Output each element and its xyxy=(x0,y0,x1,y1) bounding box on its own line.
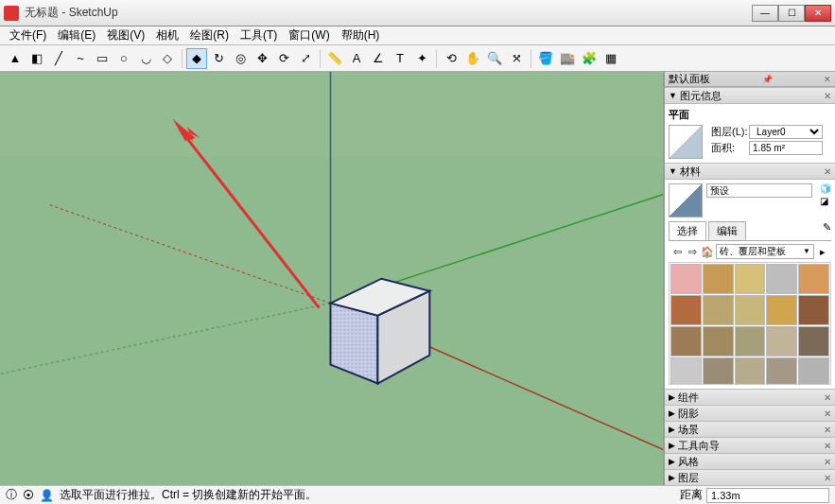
panel-materials-close[interactable]: ✕ xyxy=(824,166,831,177)
tray-pin-icon[interactable]: 📌 xyxy=(762,75,773,84)
panel-close-icon[interactable]: ✕ xyxy=(824,408,831,419)
material-swatch[interactable] xyxy=(703,326,734,356)
extension-warehouse-tool[interactable]: 🧩 xyxy=(580,49,599,68)
area-value: 1.85 m² xyxy=(749,141,823,155)
collapsed-panel[interactable]: ▶场景✕ xyxy=(665,421,835,437)
back-icon[interactable]: ⇦ xyxy=(670,245,684,258)
materials-tab-edit[interactable]: 编辑 xyxy=(708,221,746,240)
eyedropper-icon[interactable]: ✎ xyxy=(823,221,831,240)
menu-draw[interactable]: 绘图(R) xyxy=(184,26,235,45)
material-swatch[interactable] xyxy=(798,326,829,356)
panel-close-icon[interactable]: ✕ xyxy=(824,473,831,483)
menu-tools[interactable]: 工具(T) xyxy=(235,26,283,45)
collapsed-panel[interactable]: ▶图层✕ xyxy=(665,469,835,485)
push-pull-tool[interactable]: ◆ xyxy=(187,49,206,68)
material-swatch[interactable] xyxy=(766,295,797,325)
create-material-icon[interactable]: 🧊 xyxy=(820,183,831,194)
material-swatch[interactable] xyxy=(703,264,734,294)
paint-bucket-tool[interactable]: 🪣 xyxy=(536,49,555,68)
axes-tool[interactable]: ✦ xyxy=(412,49,431,68)
pan-tool[interactable]: ✋ xyxy=(463,49,482,68)
tape-measure-tool[interactable]: 📏 xyxy=(325,49,344,68)
scale-tool[interactable]: ⤢ xyxy=(296,49,315,68)
panel-close-icon[interactable]: ✕ xyxy=(824,392,831,403)
collapsed-panel[interactable]: ▶工具向导✕ xyxy=(665,437,835,453)
forward-icon[interactable]: ⇨ xyxy=(686,245,699,258)
tray-close-icon[interactable]: ✕ xyxy=(824,75,831,84)
minimize-button[interactable]: — xyxy=(752,5,778,22)
material-swatch[interactable] xyxy=(670,357,702,385)
default-material-icon[interactable]: ◪ xyxy=(820,196,831,206)
credit-icon[interactable]: 👤 xyxy=(40,489,54,502)
material-swatch[interactable] xyxy=(735,264,766,294)
material-swatch[interactable] xyxy=(798,357,829,385)
viewport-3d[interactable] xyxy=(0,72,664,485)
material-swatch[interactable] xyxy=(670,295,702,325)
panel-close-icon[interactable]: ✕ xyxy=(824,457,831,467)
menu-edit[interactable]: 编辑(E) xyxy=(52,26,101,45)
layer-select[interactable]: Layer0 xyxy=(749,125,823,139)
close-button[interactable]: ✕ xyxy=(805,5,831,22)
home-icon[interactable]: 🏠 xyxy=(701,245,714,258)
svg-rect-1 xyxy=(0,72,663,157)
follow-me-tool[interactable]: ↻ xyxy=(209,49,228,68)
offset-tool[interactable]: ◎ xyxy=(231,49,250,68)
menu-file[interactable]: 文件(F) xyxy=(4,26,52,45)
polygon-tool[interactable]: ◇ xyxy=(158,49,177,68)
collapsed-panel[interactable]: ▶组件✕ xyxy=(665,389,835,405)
move-tool[interactable]: ✥ xyxy=(252,49,271,68)
material-swatch[interactable] xyxy=(798,295,829,325)
layers-tool[interactable]: ▦ xyxy=(601,49,620,68)
tray-header[interactable]: 默认面板 📌 ✕ xyxy=(665,72,835,87)
material-swatch[interactable] xyxy=(670,326,702,356)
geo-icon[interactable]: ⦿ xyxy=(23,489,34,502)
panel-materials-header[interactable]: ▼ 材料 ✕ xyxy=(665,163,835,180)
select-tool[interactable]: ▲ xyxy=(6,49,25,68)
material-swatch[interactable] xyxy=(798,264,829,294)
menu-view[interactable]: 视图(V) xyxy=(101,26,150,45)
orbit-tool[interactable]: ⟲ xyxy=(442,49,461,68)
arc-tool[interactable]: ◡ xyxy=(136,49,155,68)
menu-help[interactable]: 帮助(H) xyxy=(336,26,386,45)
material-swatch[interactable] xyxy=(735,357,766,385)
collapsed-panel[interactable]: ▶风格✕ xyxy=(665,453,835,469)
material-swatch[interactable] xyxy=(703,357,734,385)
rotate-tool[interactable]: ⟳ xyxy=(274,49,293,68)
eraser-tool[interactable]: ◧ xyxy=(27,49,46,68)
3d-warehouse-tool[interactable]: 🏬 xyxy=(558,49,577,68)
freehand-tool[interactable]: ~ xyxy=(71,49,90,68)
area-label: 面积: xyxy=(711,141,749,155)
rectangle-tool[interactable]: ▭ xyxy=(93,49,112,68)
details-menu-icon[interactable]: ▸ xyxy=(816,245,829,258)
collapsed-panel[interactable]: ▶阴影✕ xyxy=(665,405,835,421)
measurements-input[interactable]: 1.33m xyxy=(706,488,829,503)
material-swatch[interactable] xyxy=(670,264,702,294)
maximize-button[interactable]: ☐ xyxy=(778,5,805,22)
circle-tool[interactable]: ○ xyxy=(114,49,133,68)
tray-title: 默认面板 xyxy=(669,72,710,86)
panel-entity-info-header[interactable]: ▼ 图元信息 ✕ xyxy=(665,87,835,104)
panel-entity-info-close[interactable]: ✕ xyxy=(824,91,831,101)
menu-window[interactable]: 窗口(W) xyxy=(283,26,335,45)
zoom-tool[interactable]: 🔍 xyxy=(485,49,504,68)
panel-close-icon[interactable]: ✕ xyxy=(824,425,831,435)
zoom-extents-tool[interactable]: ⤧ xyxy=(507,49,526,68)
protractor-tool[interactable]: ∠ xyxy=(369,49,388,68)
line-tool[interactable]: ╱ xyxy=(49,49,68,68)
material-swatch[interactable] xyxy=(766,357,797,385)
panel-close-icon[interactable]: ✕ xyxy=(824,441,831,451)
text-tool[interactable]: T xyxy=(391,49,409,68)
material-swatch[interactable] xyxy=(703,295,734,325)
material-name-field[interactable]: 预设 xyxy=(706,183,812,198)
material-swatch[interactable] xyxy=(735,295,766,325)
expand-arrow-icon: ▶ xyxy=(669,473,675,482)
materials-tab-select[interactable]: 选择 xyxy=(669,221,706,240)
entity-thumbnail xyxy=(669,125,703,159)
material-swatch[interactable] xyxy=(766,264,797,294)
help-icon[interactable]: ⓘ xyxy=(6,487,17,503)
menu-camera[interactable]: 相机 xyxy=(150,26,184,45)
dimension-tool[interactable]: A xyxy=(347,49,366,68)
material-swatch[interactable] xyxy=(766,326,797,356)
material-category-select[interactable]: 砖、覆层和壁板 xyxy=(716,244,814,259)
material-swatch[interactable] xyxy=(735,326,766,356)
